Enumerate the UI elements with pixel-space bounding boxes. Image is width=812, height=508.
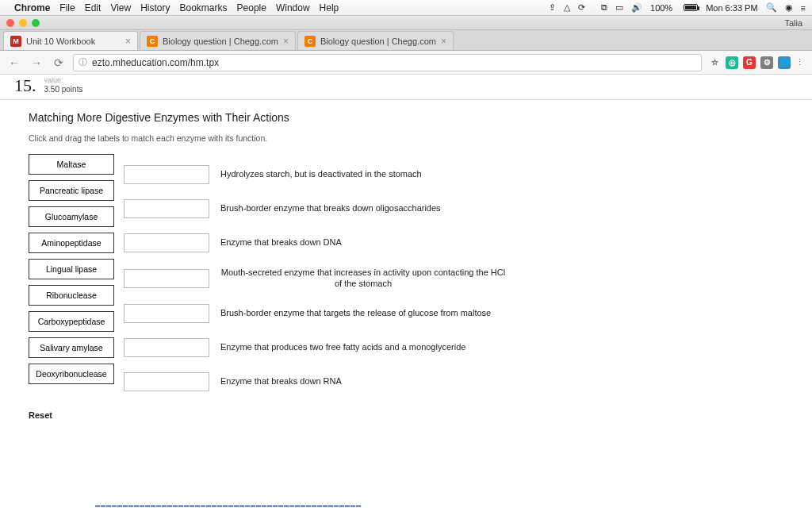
dropbox-icon[interactable]: ⇪ — [549, 2, 556, 13]
function-description: Enzyme that produces two free fatty acid… — [220, 342, 465, 353]
value-label: value: — [44, 76, 83, 85]
drop-target[interactable] — [124, 304, 209, 323]
reset-button[interactable]: Reset — [29, 410, 52, 420]
menu-bookmarks[interactable]: Bookmarks — [180, 2, 228, 13]
extension-icon[interactable]: 🌐 — [778, 56, 791, 69]
function-row: Enzyme that breaks down RNA — [124, 372, 506, 391]
menu-window[interactable]: Window — [276, 2, 310, 13]
browser-window: Talia M Unit 10 Workbook × C Biology que… — [0, 16, 812, 508]
menu-edit[interactable]: Edit — [85, 2, 102, 13]
timemachine-icon[interactable]: ⟳ — [578, 2, 585, 13]
tab-chegg-2[interactable]: C Biology question | Chegg.com × — [297, 31, 454, 50]
draggable-enzyme-label[interactable]: Deoxyribonuclease — [29, 364, 114, 384]
favicon-m-icon: M — [10, 36, 21, 47]
question-number: 15. — [14, 77, 36, 94]
menu-view[interactable]: View — [110, 2, 131, 13]
tab-close-icon[interactable]: × — [283, 36, 289, 47]
function-description: Brush-border enzyme that breaks down oli… — [220, 203, 441, 214]
menu-file[interactable]: File — [59, 2, 75, 13]
tab-title: Unit 10 Workbook — [26, 37, 121, 46]
drop-target[interactable] — [124, 165, 209, 184]
function-row: Enzyme that breaks down DNA — [124, 233, 506, 252]
footer-peek: ━━━━━━━━━━━━━━━━━━━━━━━━━━━━━━━━━━━━━━━━… — [0, 502, 812, 508]
mac-menubar: Chrome File Edit View History Bookmarks … — [0, 0, 812, 16]
drop-target[interactable] — [124, 372, 209, 391]
gdrive-icon[interactable]: △ — [564, 2, 570, 13]
enzyme-labels-column: Maltase Pancreatic lipase Glucoamylase A… — [29, 154, 114, 392]
draggable-enzyme-label[interactable]: Carboxypeptidase — [29, 311, 114, 332]
battery-icon[interactable] — [680, 4, 698, 11]
menu-icon[interactable]: ≡ — [801, 3, 806, 13]
chrome-menu-icon[interactable]: ⋮ — [795, 57, 806, 67]
window-controls — [6, 19, 40, 27]
menu-history[interactable]: History — [140, 2, 170, 13]
app-name[interactable]: Chrome — [14, 2, 50, 13]
question-body: Matching More Digestive Enzymes with The… — [0, 100, 812, 435]
extension-icon[interactable]: G — [743, 56, 756, 69]
points-value: 3.50 points — [44, 85, 83, 94]
draggable-enzyme-label[interactable]: Aminopeptidase — [29, 233, 114, 253]
drop-target[interactable] — [124, 199, 209, 218]
drop-target[interactable] — [124, 233, 209, 252]
spotlight-icon[interactable]: 🔍 — [766, 2, 777, 13]
question-title: Matching More Digestive Enzymes with The… — [29, 111, 783, 124]
function-description: Hydrolyzes starch, but is deactivated in… — [220, 169, 422, 180]
site-info-icon[interactable]: ⓘ — [79, 56, 87, 68]
function-description: Brush-border enzyme that targets the rel… — [220, 308, 491, 319]
extension-icons: ☆ ◎ G ⚙ 🌐 ⋮ — [708, 56, 806, 69]
window-close-button[interactable] — [6, 19, 14, 27]
function-row: Brush-border enzyme that breaks down oli… — [124, 199, 506, 218]
window-minimize-button[interactable] — [19, 19, 27, 27]
draggable-enzyme-label[interactable]: Lingual lipase — [29, 259, 114, 279]
draggable-enzyme-label[interactable]: Maltase — [29, 154, 114, 175]
tab-workbook[interactable]: M Unit 10 Workbook × — [3, 31, 138, 50]
profile-name[interactable]: Talia — [784, 18, 802, 28]
back-button[interactable]: ← — [6, 55, 22, 71]
window-maximize-button[interactable] — [32, 19, 40, 27]
siri-icon[interactable]: ◉ — [785, 2, 793, 13]
favicon-c-icon: C — [304, 36, 316, 47]
extension-icon[interactable]: ⚙ — [760, 56, 773, 69]
menu-help[interactable]: Help — [320, 2, 339, 13]
extension-icon[interactable]: ◎ — [726, 56, 738, 69]
function-row: Hydrolyzes starch, but is deactivated in… — [124, 165, 506, 184]
draggable-enzyme-label[interactable]: Glucoamylase — [29, 206, 114, 227]
function-row: Enzyme that produces two free fatty acid… — [124, 338, 506, 357]
forward-button[interactable]: → — [29, 55, 44, 71]
draggable-enzyme-label[interactable]: Ribonuclease — [29, 285, 114, 306]
function-row: Mouth-secreted enzyme that increases in … — [124, 267, 506, 290]
tab-close-icon[interactable]: × — [441, 36, 446, 47]
question-header: 15. value: 3.50 points — [0, 75, 812, 100]
drop-target[interactable] — [124, 269, 209, 288]
menu-people[interactable]: People — [237, 2, 266, 13]
bookmark-star-icon[interactable]: ☆ — [708, 56, 721, 69]
tab-close-icon[interactable]: × — [125, 36, 131, 47]
display-icon[interactable]: ▭ — [615, 2, 623, 13]
tab-chegg-1[interactable]: C Biology question | Chegg.com × — [140, 31, 296, 50]
address-bar[interactable]: ⓘ ezto.mheducation.com/hm.tpx — [73, 54, 702, 71]
question-instruction: Click and drag the labels to match each … — [29, 133, 783, 143]
drop-target[interactable] — [124, 338, 209, 357]
reload-button[interactable]: ⟳ — [51, 55, 67, 71]
volume-icon[interactable]: 🔊 — [631, 2, 642, 13]
tab-title: Biology question | Chegg.com — [163, 37, 278, 46]
clock[interactable]: Mon 6:33 PM — [706, 3, 757, 13]
window-titlebar: Talia — [0, 16, 812, 30]
function-description: Mouth-secreted enzyme that increases in … — [220, 267, 506, 290]
tab-title: Biology question | Chegg.com — [320, 37, 436, 46]
functions-column: Hydrolyzes starch, but is deactivated in… — [124, 165, 506, 392]
function-description: Enzyme that breaks down DNA — [220, 237, 342, 248]
wifi-icon[interactable]: ⧉ — [601, 2, 607, 13]
function-description: Enzyme that breaks down RNA — [220, 376, 342, 387]
toolbar: ← → ⟳ ⓘ ezto.mheducation.com/hm.tpx ☆ ◎ … — [0, 51, 812, 75]
matching-area: Maltase Pancreatic lipase Glucoamylase A… — [29, 154, 783, 392]
favicon-c-icon: C — [147, 36, 158, 47]
url-text: ezto.mheducation.com/hm.tpx — [92, 57, 219, 68]
function-row: Brush-border enzyme that targets the rel… — [124, 304, 506, 323]
page-content: 15. value: 3.50 points Matching More Dig… — [0, 75, 812, 508]
battery-percent[interactable]: 100% — [650, 3, 672, 13]
tab-strip: M Unit 10 Workbook × C Biology question … — [0, 30, 812, 51]
draggable-enzyme-label[interactable]: Salivary amylase — [29, 337, 114, 358]
draggable-enzyme-label[interactable]: Pancreatic lipase — [29, 180, 114, 201]
